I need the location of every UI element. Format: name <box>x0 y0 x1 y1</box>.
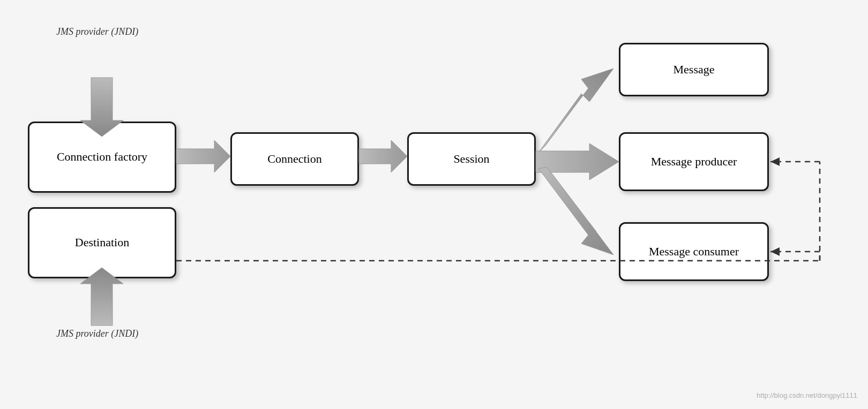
dashed-arrowhead-producer <box>770 157 780 166</box>
dashed-arrowhead-consumer <box>770 247 780 256</box>
arrow-session-to-consumer <box>538 167 613 255</box>
connection-label: Connection <box>267 152 321 167</box>
connection-box: Connection <box>230 132 359 186</box>
jms-provider-bottom-label: JMS provider (JNDI) <box>56 328 138 340</box>
destination-label: Destination <box>75 235 129 251</box>
arrow-session-to-message <box>538 69 613 153</box>
diagram-container: JMS provider (JNDI) Connection factory D… <box>0 0 868 409</box>
message-box: Message <box>619 43 769 96</box>
message-label: Message <box>674 62 715 78</box>
arrow-conn-to-session <box>359 140 407 172</box>
connection-factory-label: Connection factory <box>57 149 147 165</box>
session-label: Session <box>453 152 489 167</box>
watermark: http://blog.csdn.net/dongpyi1111 <box>757 391 857 399</box>
message-consumer-label: Message consumer <box>649 244 739 260</box>
arrow-session-to-producer <box>536 143 619 180</box>
message-consumer-box: Message consumer <box>619 222 769 281</box>
connection-factory-box: Connection factory <box>28 122 176 193</box>
message-producer-label: Message producer <box>651 154 737 170</box>
jms-provider-top-label: JMS provider (JNDI) <box>56 26 138 38</box>
arrow-cf-to-conn <box>176 140 230 172</box>
session-box: Session <box>407 132 536 186</box>
destination-box: Destination <box>28 207 176 278</box>
message-producer-box: Message producer <box>619 132 769 191</box>
